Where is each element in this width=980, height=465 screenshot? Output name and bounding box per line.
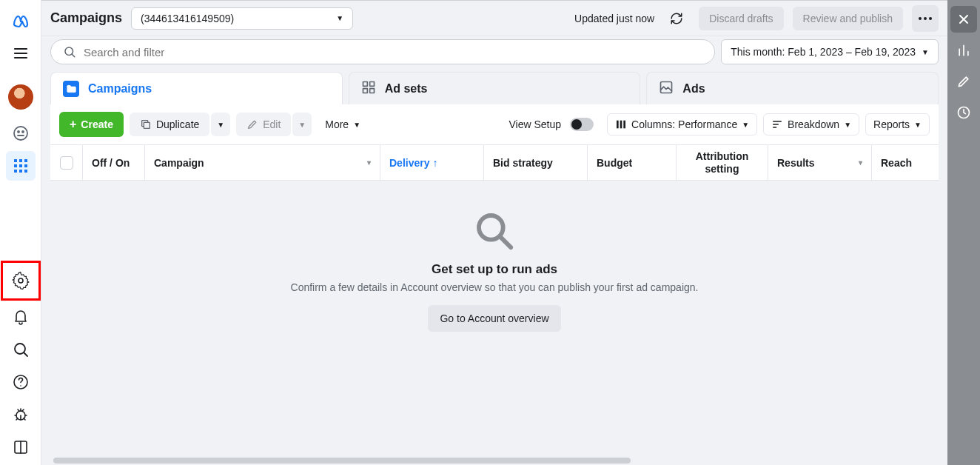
scroll-thumb[interactable] (53, 458, 631, 464)
svg-rect-21 (363, 81, 367, 86)
view-setup-toggle[interactable]: View Setup (501, 112, 601, 137)
select-all-header[interactable] (50, 145, 83, 180)
main-content: Campaigns (344613416149509) ▼ Updated ju… (41, 0, 947, 465)
search-input[interactable] (84, 46, 702, 58)
column-attribution[interactable]: Attribution setting (677, 145, 768, 180)
columns-icon (615, 118, 627, 130)
chevron-down-icon: ▼ (844, 121, 851, 129)
column-campaign[interactable]: Campaign▾ (145, 145, 380, 180)
panel-icon[interactable] (6, 432, 36, 462)
svg-point-1 (18, 131, 19, 133)
account-id: (344613416149509) (141, 13, 234, 24)
plus-icon: + (70, 118, 76, 131)
svg-point-17 (919, 17, 922, 20)
copy-icon (140, 118, 152, 130)
tab-ads[interactable]: Ads (646, 72, 939, 104)
duplicate-button[interactable]: Duplicate (130, 113, 209, 136)
search-row: This month: Feb 1, 2023 – Feb 19, 2023 ▼ (41, 36, 947, 67)
svg-rect-29 (623, 121, 625, 129)
svg-point-12 (19, 278, 23, 283)
toggle-switch[interactable] (570, 118, 594, 131)
close-panel-button[interactable] (950, 6, 977, 33)
bell-icon[interactable] (6, 302, 36, 332)
chevron-down-icon: ▼ (353, 121, 360, 129)
duplicate-dropdown[interactable]: ▼ (211, 113, 230, 136)
sort-asc-icon: ↑ (432, 157, 437, 169)
tab-label: Campaigns (88, 82, 152, 96)
edit-split-button: Edit ▼ (236, 113, 312, 136)
svg-rect-10 (19, 170, 22, 173)
discard-drafts-button[interactable]: Discard drafts (699, 7, 783, 30)
search-nav-icon[interactable] (6, 335, 36, 364)
table-header: Off / On Campaign▾ Delivery↑ Bid strateg… (50, 145, 939, 181)
search-empty-icon (474, 210, 515, 252)
search-box[interactable] (50, 39, 715, 64)
column-budget[interactable]: Budget (588, 145, 677, 180)
updated-status: Updated just now (574, 13, 654, 24)
sort-icon: ▾ (367, 158, 371, 167)
folder-icon (63, 81, 79, 97)
column-onoff[interactable]: Off / On (83, 145, 145, 180)
help-icon[interactable] (6, 367, 36, 397)
tab-adsets[interactable]: Ad sets (349, 72, 641, 104)
svg-rect-7 (19, 164, 22, 167)
svg-point-2 (22, 131, 24, 133)
account-selector[interactable]: (344613416149509) ▼ (131, 7, 353, 30)
menu-icon[interactable] (6, 39, 36, 68)
edit-icon[interactable] (950, 68, 977, 95)
breakdown-button[interactable]: Breakdown ▼ (763, 113, 859, 136)
empty-title: Get set up to run ads (432, 262, 557, 277)
overview-icon[interactable] (6, 118, 36, 148)
svg-rect-11 (24, 170, 27, 173)
svg-rect-9 (14, 170, 17, 173)
create-button[interactable]: + Create (59, 112, 124, 137)
chevron-down-icon: ▼ (914, 121, 922, 129)
columns-button[interactable]: Columns: Performance ▼ (607, 113, 757, 136)
chevron-down-icon: ▼ (336, 14, 343, 22)
settings-icon[interactable] (6, 266, 36, 295)
chevron-down-icon: ▼ (742, 121, 749, 129)
svg-rect-28 (620, 121, 622, 129)
column-bid[interactable]: Bid strategy (484, 145, 588, 180)
column-results[interactable]: Results▾ (768, 145, 872, 180)
checkbox[interactable] (60, 156, 73, 170)
meta-logo[interactable] (6, 6, 36, 36)
history-icon[interactable] (950, 99, 977, 126)
empty-subtitle: Confirm a few details in Account overvie… (291, 281, 699, 293)
column-reach[interactable]: Reach (872, 145, 939, 180)
tab-campaigns[interactable]: Campaigns (50, 72, 343, 104)
svg-rect-24 (369, 88, 374, 93)
more-options-button[interactable] (912, 5, 939, 32)
pencil-icon (246, 118, 258, 130)
svg-rect-26 (144, 122, 150, 128)
column-delivery[interactable]: Delivery↑ (380, 145, 484, 180)
empty-state: Get set up to run ads Confirm a few deta… (50, 181, 939, 456)
campaigns-table: Off / On Campaign▾ Delivery↑ Bid strateg… (50, 145, 939, 181)
left-rail (0, 0, 41, 465)
reports-button[interactable]: Reports ▼ (865, 113, 930, 136)
svg-point-0 (14, 127, 27, 140)
review-publish-button[interactable]: Review and publish (793, 7, 903, 30)
svg-rect-22 (369, 81, 374, 86)
svg-point-19 (929, 17, 932, 20)
horizontal-scrollbar[interactable] (50, 456, 939, 465)
svg-point-18 (924, 17, 927, 20)
refresh-button[interactable] (663, 5, 690, 32)
date-range-label: This month: Feb 1, 2023 – Feb 19, 2023 (731, 46, 916, 58)
sort-icon: ▾ (859, 158, 862, 167)
page-title: Campaigns (50, 10, 122, 26)
more-button[interactable]: More ▼ (318, 113, 368, 136)
date-range-picker[interactable]: This month: Feb 1, 2023 – Feb 19, 2023 ▼ (721, 39, 939, 64)
go-to-overview-button[interactable]: Go to Account overview (428, 305, 560, 332)
bug-icon[interactable] (6, 400, 36, 429)
avatar[interactable] (8, 84, 33, 110)
chart-icon[interactable] (950, 37, 977, 64)
tab-label: Ads (682, 82, 705, 96)
campaigns-nav-icon[interactable] (6, 151, 36, 181)
tabs: Campaigns Ad sets Ads (41, 72, 947, 104)
tab-label: Ad sets (385, 82, 428, 96)
edit-dropdown[interactable]: ▼ (292, 113, 312, 136)
edit-button[interactable]: Edit (236, 113, 291, 136)
search-icon (63, 45, 76, 58)
grid-icon (361, 80, 376, 98)
